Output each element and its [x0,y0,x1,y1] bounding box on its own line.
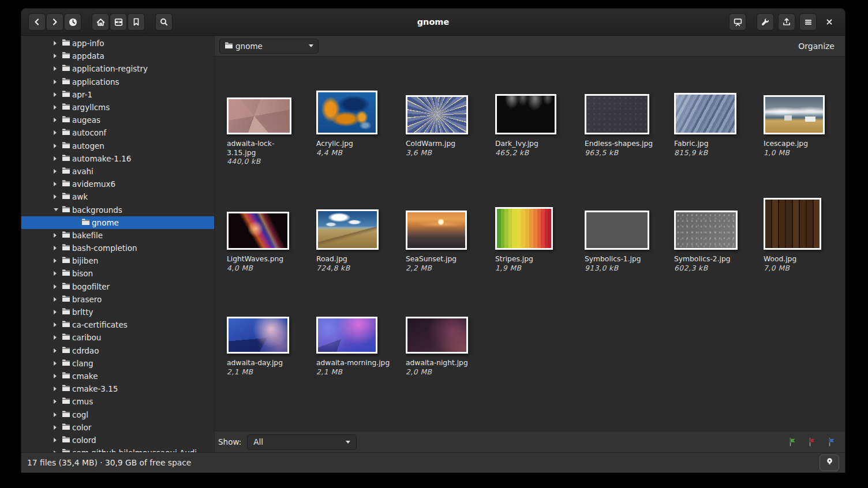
folder-tree-item[interactable]: cmake [21,370,214,382]
expander-icon[interactable] [54,156,62,161]
expander-icon[interactable] [54,54,62,58]
blue-flag-filter-button[interactable] [827,437,837,447]
folder-tree-item[interactable]: brltty [21,306,214,318]
file-item[interactable]: adwaita-morning.jpg 2,1 MB [310,284,400,377]
menu-button[interactable] [799,13,817,31]
thumbnail[interactable] [674,211,738,250]
folder-tree-item[interactable]: bakefile [21,229,214,242]
file-item[interactable]: ColdWarm.jpg 3,6 MB [400,57,489,171]
folder-tree-item[interactable]: caribou [21,331,214,344]
folder-tree-item[interactable]: color [21,421,214,434]
expander-icon[interactable] [54,194,62,199]
thumbnail[interactable] [495,207,553,250]
thumbnail[interactable] [227,317,289,354]
expander-icon[interactable] [54,438,62,442]
folder-tree-item[interactable]: bogofilter [21,280,214,293]
folder-tree-item[interactable]: clang [21,357,214,370]
folder-tree-item[interactable]: backgrounds [21,203,214,216]
file-item[interactable]: SeaSunset.jpg 2,2 MB [400,171,489,284]
file-item[interactable]: adwaita-lock-3.15.jpg 440,0 kB [221,57,310,171]
file-item[interactable]: Endless-shapes.jpg 963,5 kB [579,57,668,171]
file-item[interactable]: Wood.jpg 7,0 MB [758,171,845,284]
expander-icon[interactable] [54,130,62,135]
folder-tree-item[interactable]: appdata [21,50,214,62]
expander-icon[interactable] [54,310,62,314]
thumbnail[interactable] [495,94,556,134]
folder-tree-item[interactable]: cmus [21,395,214,408]
folder-tree-item[interactable]: augeas [21,114,214,126]
folder-tree-item[interactable]: colord [21,434,214,446]
expander-icon[interactable] [54,425,62,430]
expander-icon[interactable] [54,246,62,250]
forward-button[interactable] [46,13,63,31]
file-item[interactable]: LightWaves.png 4,0 MB [221,171,310,284]
folder-tree-item[interactable]: autoconf [21,126,214,139]
folder-tree-item[interactable]: application-registry [21,62,214,75]
expander-icon[interactable] [54,386,62,391]
expander-icon[interactable] [54,105,62,110]
home-button[interactable] [92,13,109,31]
file-item[interactable]: Dark_Ivy.jpg 465,2 kB [489,57,579,171]
expander-icon[interactable] [54,118,62,122]
filter-dropdown[interactable]: All [247,434,357,450]
tip-button[interactable] [820,455,839,471]
location-dropdown[interactable]: gnome [219,39,319,54]
bookmarks-button[interactable] [128,13,145,31]
thumbnail[interactable] [764,198,821,250]
expander-icon[interactable] [54,322,62,327]
folder-tree-item[interactable]: cogl [21,408,214,421]
file-item[interactable]: Symbolics-2.jpg 602,3 kB [668,171,758,284]
thumbnail[interactable] [316,317,377,354]
expander-icon[interactable] [54,361,62,366]
red-flag-filter-button[interactable] [807,437,817,447]
thumbnail[interactable] [316,209,379,250]
expander-icon[interactable] [54,258,62,263]
export-button[interactable] [778,13,795,31]
thumbnail[interactable] [406,95,468,134]
folder-tree-item[interactable]: bison [21,267,214,280]
file-item[interactable]: Fabric.jpg 815,9 kB [668,57,758,171]
thumbnail[interactable] [316,91,377,134]
history-button[interactable] [64,13,81,31]
expander-icon[interactable] [54,92,62,97]
thumbnail[interactable] [406,211,467,250]
expander-icon[interactable] [54,271,62,276]
thumbnail[interactable] [406,317,468,354]
presentation-button[interactable] [729,13,746,31]
folder-tree-item[interactable]: bash-completion [21,242,214,254]
folder-tree-item[interactable]: bijiben [21,254,214,267]
expander-icon[interactable] [54,208,62,211]
file-item[interactable]: Road.jpg 724,8 kB [310,171,400,284]
thumbnail[interactable] [227,97,291,134]
filesystem-button[interactable] [110,13,127,31]
tools-button[interactable] [757,13,774,31]
expander-icon[interactable] [54,182,62,186]
folder-tree-item[interactable]: avahi [21,165,214,178]
green-flag-filter-button[interactable] [788,437,798,447]
file-item[interactable]: Icescape.jpg 1,0 MB [758,57,845,171]
thumbnail[interactable] [227,212,289,250]
file-item[interactable]: Acrylic.jpg 4,4 MB [310,57,400,171]
expander-icon[interactable] [54,41,62,46]
expander-icon[interactable] [54,374,62,378]
thumbnail[interactable] [764,95,825,134]
folder-tree-item[interactable]: cdrdao [21,344,214,357]
folder-tree-item[interactable]: argyllcms [21,101,214,114]
folder-tree-item[interactable]: app-info [21,37,214,50]
expander-icon[interactable] [54,297,62,302]
expander-icon[interactable] [54,80,62,84]
close-button[interactable] [821,13,838,31]
folder-tree-item[interactable]: awk [21,190,214,203]
expander-icon[interactable] [54,169,62,174]
file-item[interactable]: Symbolics-1.jpg 913,0 kB [579,171,668,284]
folder-tree-item[interactable]: com.github.bilelmoussaoui.Audi [21,446,214,452]
file-item[interactable]: Stripes.jpg 1,9 MB [489,171,579,284]
thumbnail[interactable] [674,93,736,134]
expander-icon[interactable] [54,412,62,417]
thumbnail[interactable] [585,94,649,134]
folder-tree-item[interactable]: apr-1 [21,88,214,101]
back-button[interactable] [28,13,46,31]
folder-tree-item[interactable]: avidemux6 [21,178,214,190]
folder-tree-item[interactable]: brasero [21,293,214,306]
expander-icon[interactable] [54,348,62,353]
